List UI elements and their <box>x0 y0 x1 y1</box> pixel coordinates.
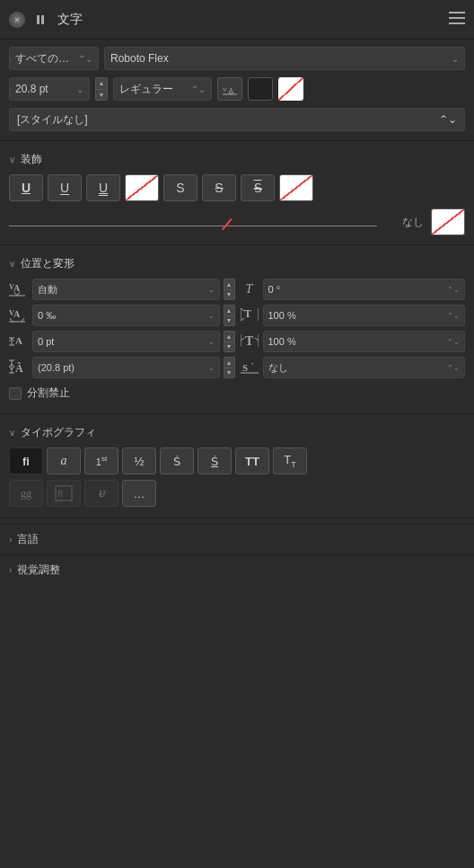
strikethrough-s-button[interactable]: S <box>163 174 198 201</box>
font-size-select[interactable]: 20.8 pt ⌄ <box>9 77 90 101</box>
vertical-scale-item: T 100 % ⌃⌄ <box>240 305 466 326</box>
section-chevron-icon: ∨ <box>9 155 15 164</box>
stepper-up[interactable]: ▲ <box>224 331 235 341</box>
small-caps-button[interactable]: TT <box>273 447 307 474</box>
baseline-stepper[interactable]: ▲ ▼ <box>224 331 235 352</box>
decoration-buttons-row: U U U S S S̶ <box>0 171 474 205</box>
baseline-select[interactable]: 0 pt ⌄ <box>32 331 220 352</box>
kerning-item: V A 自動 ⌄ ▲ ▼ <box>9 279 235 300</box>
stepper-up[interactable]: ▲ <box>224 357 235 368</box>
svg-text:Â: Â <box>15 362 23 375</box>
divider-2 <box>0 244 474 245</box>
horizontal-scale-item: T 100 % ⌃⌄ <box>240 331 466 352</box>
stepper-down[interactable]: ▼ <box>224 289 235 301</box>
leading-stepper[interactable]: ▲ ▼ <box>224 357 235 378</box>
svg-rect-4 <box>41 15 44 24</box>
stepper-up[interactable]: ▲ <box>224 279 235 289</box>
svg-text:•: • <box>251 360 254 368</box>
color-decoration-button[interactable] <box>125 174 159 201</box>
chevron-icon: ⌄ <box>208 338 215 346</box>
svg-rect-5 <box>449 12 465 13</box>
position-section-header[interactable]: ∨ 位置と変形 <box>0 251 474 275</box>
rotation-input[interactable]: 0 ° ⌃⌄ <box>263 279 466 300</box>
underline-color-slash-swatch[interactable] <box>431 208 465 235</box>
size-style-row: 20.8 pt ⌄ ▲ ▼ レギュラー ⌃⌄ V A <box>0 74 474 104</box>
gg-button: gg <box>9 480 43 507</box>
all-caps-button[interactable]: TT <box>235 447 269 474</box>
ordinal-button[interactable]: 1st <box>84 447 118 474</box>
menu-button[interactable] <box>449 12 465 28</box>
typography-row2: gg fi ᵾ … <box>0 478 474 512</box>
svg-line-37 <box>255 338 259 341</box>
stepper-up[interactable]: ▲ <box>224 305 235 315</box>
stepper-down[interactable]: ▼ <box>224 368 235 379</box>
stepper-down[interactable]: ▼ <box>224 315 235 327</box>
fraction-button[interactable]: ½ <box>122 447 156 474</box>
underline-style-button[interactable]: U <box>48 174 82 201</box>
leading-item: Â (20.8 pt) ⌄ ▲ ▼ <box>9 357 235 378</box>
tracking-button[interactable]: V A <box>217 77 242 101</box>
font-family-select[interactable]: Roboto Flex ⌄ <box>104 47 465 70</box>
tracking-icon: V A <box>9 306 29 324</box>
vertical-scale-icon: T <box>240 306 259 324</box>
vertical-scale-input[interactable]: 100 % ⌃⌄ <box>263 305 466 326</box>
s-dot-button[interactable]: Ṡ <box>160 447 194 474</box>
more-button[interactable]: … <box>122 480 156 507</box>
section-chevron-icon: ∨ <box>9 259 15 269</box>
divider <box>0 140 474 141</box>
s-dot2-button[interactable]: Ṡ <box>198 447 232 474</box>
fi-box-button: fi <box>47 480 81 507</box>
underline-button[interactable]: U <box>9 174 43 201</box>
language-section-header[interactable]: › 言語 <box>0 524 474 554</box>
visual-section-header[interactable]: › 視覚調整 <box>0 554 474 585</box>
underline-double-button[interactable]: U <box>86 174 120 201</box>
kerning-select[interactable]: 自動 ⌄ <box>32 279 220 300</box>
svg-text:S: S <box>242 362 248 373</box>
position-grid: V A 自動 ⌄ ▲ ▼ T 0 ° ⌃⌄ <box>0 275 474 382</box>
stepper-down-button[interactable]: ▼ <box>95 89 108 102</box>
underline-none-label: なし <box>402 215 424 230</box>
underline-slash-mark <box>222 218 233 231</box>
divider-4 <box>0 518 474 518</box>
kerning-stepper[interactable]: ▲ ▼ <box>224 279 235 300</box>
font-style-select[interactable]: レギュラー ⌃⌄ <box>113 77 212 101</box>
language-label: 言語 <box>17 532 39 547</box>
close-button[interactable] <box>9 12 25 28</box>
pause-button[interactable] <box>32 12 48 28</box>
svg-rect-3 <box>37 15 40 24</box>
decoration-section-header[interactable]: ∨ 装飾 <box>0 146 474 171</box>
leading-select[interactable]: (20.8 pt) ⌄ <box>32 357 220 378</box>
svg-text:A: A <box>15 335 22 346</box>
nobreak-label: 分割禁止 <box>27 385 70 401</box>
chevron-icon: ⌃⌄ <box>191 84 206 94</box>
svg-text:T: T <box>245 334 254 348</box>
underline-line <box>9 226 377 226</box>
typography-section-header[interactable]: ∨ タイポグラフィ <box>0 420 474 444</box>
strikethrough-s3-button[interactable]: S̶ <box>241 174 275 201</box>
tracking-select[interactable]: 0 ‰ ⌄ <box>32 305 220 326</box>
skew-icon: S • <box>240 359 259 376</box>
text-color-swatch[interactable] <box>248 77 273 101</box>
skew-item: S • なし ⌃⌄ <box>240 357 466 378</box>
svg-line-36 <box>241 338 244 341</box>
underline-color-row: なし <box>0 205 474 239</box>
kerning-icon: V A <box>9 280 29 298</box>
style-none-select[interactable]: [スタイルなし] ⌃⌄ <box>9 108 465 131</box>
text-color-slash-swatch[interactable] <box>278 77 303 101</box>
svg-rect-7 <box>449 22 465 24</box>
horizontal-scale-input[interactable]: 100 % ⌃⌄ <box>263 331 466 352</box>
strikethrough-s2-button[interactable]: S <box>202 174 236 201</box>
font-category-select[interactable]: すべての… ⌃⌄ <box>9 47 99 70</box>
nobreak-row: 分割禁止 <box>0 382 474 408</box>
size-stepper[interactable]: ▲ ▼ <box>95 77 108 101</box>
nobreak-checkbox[interactable] <box>9 387 22 400</box>
chevron-icon: ⌄ <box>208 312 215 320</box>
skew-select[interactable]: なし ⌃⌄ <box>263 357 466 378</box>
stepper-down[interactable]: ▼ <box>224 341 235 353</box>
fi-ligature-button[interactable]: fi <box>9 447 43 474</box>
tracking-stepper[interactable]: ▲ ▼ <box>224 305 235 326</box>
collapsed-chevron-icon: › <box>9 565 12 575</box>
stepper-up-button[interactable]: ▲ <box>95 77 108 89</box>
decoration-color-slash-swatch[interactable] <box>279 174 313 201</box>
italic-a-button[interactable]: a <box>47 447 81 474</box>
